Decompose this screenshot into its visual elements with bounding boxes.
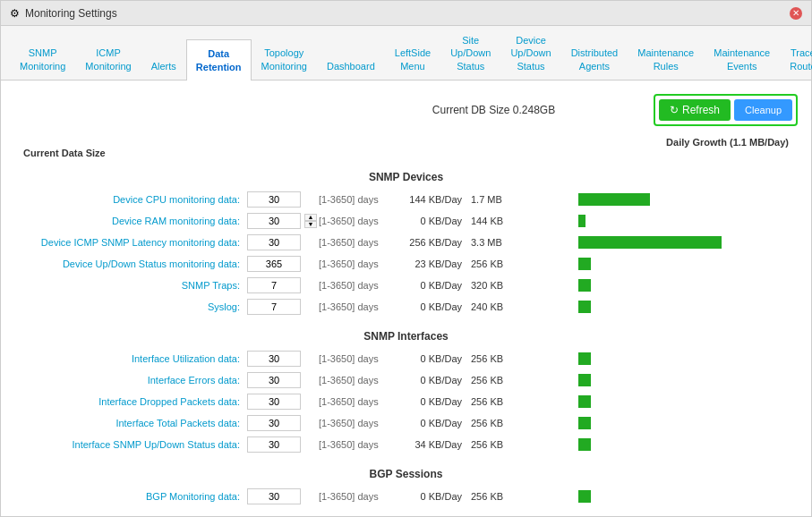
row-daily-growth: 0 KB/Day (381, 396, 471, 407)
db-size-label: Current DB Size 0.248GB (334, 104, 654, 116)
row-label: Interface Dropped Packets data: (14, 396, 247, 407)
days-input[interactable] (247, 277, 301, 293)
days-input[interactable] (247, 372, 301, 388)
table-row: Device RAM monitoring data:▲▼[1-3650] da… (14, 210, 798, 232)
row-label: Interface Total Packets data: (14, 418, 247, 428)
row-range: [1-3650] days (319, 258, 381, 269)
days-input[interactable] (247, 488, 301, 504)
tab-dashboard[interactable]: Dashboard (317, 52, 385, 80)
row-range: [1-3650] days (319, 396, 381, 407)
cleanup-button[interactable]: Cleanup (734, 99, 792, 121)
row-range: [1-3650] days (319, 375, 381, 386)
row-input-wrapper (247, 415, 319, 431)
col-daily-header: Daily Growth (1.1 MB/Day) (525, 137, 798, 148)
row-bar-container (578, 417, 798, 429)
row-current-size: 3.3 MB (471, 237, 578, 248)
tab-device-updown[interactable]: Device Up/Down Status (500, 26, 560, 80)
row-range: [1-3650] days (319, 301, 381, 312)
row-bar (578, 417, 591, 429)
tab-leftside[interactable]: LeftSide Menu (385, 38, 440, 80)
refresh-icon: ↻ (670, 104, 679, 116)
table-row: Syslog:[1-3650] days0 KB/Day240 KB (14, 296, 798, 318)
row-label: Device ICMP SNMP Latency monitoring data… (14, 237, 247, 248)
days-input[interactable] (247, 394, 301, 410)
days-input[interactable] (247, 299, 301, 315)
tabs-container: SNMP MonitoringICMP MonitoringAlertsData… (1, 26, 811, 81)
tab-alerts[interactable]: Alerts (141, 52, 186, 80)
section-title-snmp-interfaces: SNMP Interfaces (14, 330, 798, 343)
row-label: Device RAM monitoring data: (14, 216, 247, 226)
row-bar-container (578, 395, 798, 408)
tab-data-retention[interactable]: Data Retention (186, 39, 252, 81)
spinner-up[interactable]: ▲ (304, 214, 317, 221)
row-label: Syslog: (14, 301, 247, 312)
days-input[interactable] (247, 234, 301, 250)
row-current-size: 320 KB (471, 280, 578, 291)
row-input-wrapper: ▲▼ (247, 213, 319, 229)
row-label: Device Up/Down Status monitoring data: (14, 258, 247, 269)
close-button[interactable]: ✕ (790, 7, 802, 20)
row-bar (578, 490, 591, 503)
row-input-wrapper (247, 372, 319, 388)
row-range: [1-3650] days (319, 216, 381, 226)
row-label: Device CPU monitoring data: (14, 194, 247, 205)
row-daily-growth: 0 KB/Day (381, 353, 471, 364)
row-bar-container (578, 490, 798, 503)
row-input-wrapper (247, 488, 319, 504)
tab-topology[interactable]: Topology Monitoring (252, 38, 317, 80)
row-bar (578, 301, 591, 313)
row-label: Interface Errors data: (14, 375, 247, 386)
tab-snmp[interactable]: SNMP Monitoring (10, 38, 75, 80)
window-title: Monitoring Settings (25, 7, 117, 20)
refresh-button[interactable]: ↻ Refresh (659, 99, 731, 121)
row-input-wrapper (247, 394, 319, 410)
row-label: BGP Monitoring data: (14, 491, 247, 502)
row-range: [1-3650] days (319, 237, 381, 248)
settings-icon: ⚙ (10, 7, 20, 20)
days-input[interactable] (247, 436, 301, 453)
table-row: SNMP Traps:[1-3650] days0 KB/Day320 KB (14, 275, 798, 296)
spinner-down[interactable]: ▼ (304, 221, 317, 228)
row-daily-growth: 0 KB/Day (381, 418, 471, 428)
row-current-size: 256 KB (471, 258, 578, 269)
tab-maintenance-events[interactable]: Maintenance Events (704, 38, 780, 80)
row-range: [1-3650] days (319, 491, 381, 502)
title-bar: ⚙ Monitoring Settings ✕ (1, 1, 811, 26)
days-input[interactable] (247, 256, 301, 272)
row-range: [1-3650] days (319, 194, 381, 205)
row-daily-growth: 256 KB/Day (381, 237, 471, 248)
row-input-wrapper (247, 299, 319, 315)
row-label: Interface SNMP Up/Down Status data: (14, 439, 247, 450)
row-current-size: 256 KB (471, 491, 578, 502)
action-buttons-group: ↻ Refresh Cleanup (654, 94, 798, 126)
days-input[interactable] (247, 415, 301, 431)
tab-icmp[interactable]: ICMP Monitoring (75, 38, 141, 80)
row-current-size: 256 KB (471, 439, 578, 450)
row-bar (578, 236, 722, 249)
row-range: [1-3650] days (319, 353, 381, 364)
days-input[interactable] (247, 213, 301, 229)
row-bar (578, 374, 591, 386)
row-bar-container (578, 193, 798, 206)
row-range: [1-3650] days (319, 439, 381, 450)
table-row: Interface SNMP Up/Down Status data:[1-36… (14, 434, 798, 455)
row-bar-container (578, 258, 798, 270)
table-row: Device Up/Down Status monitoring data:[1… (14, 253, 798, 275)
col-current-header: Current Data Size (23, 148, 256, 158)
row-label: Interface Utilization data: (14, 353, 247, 364)
tab-site-updown[interactable]: Site Up/Down Status (440, 26, 500, 80)
tab-trace-route[interactable]: Trace Route (780, 38, 812, 80)
main-content: Current DB Size 0.248GB ↻ Refresh Cleanu… (1, 81, 811, 516)
row-bar (578, 438, 591, 451)
row-range: [1-3650] days (319, 418, 381, 428)
tab-maintenance-rules[interactable]: Maintenance Rules (628, 38, 704, 80)
tab-distributed[interactable]: Distributed Agents (561, 38, 628, 80)
row-input-wrapper (247, 436, 319, 453)
row-current-size: 256 KB (471, 375, 578, 386)
monitoring-settings-window: ⚙ Monitoring Settings ✕ SNMP MonitoringI… (0, 0, 812, 517)
days-input[interactable] (247, 191, 301, 208)
days-input[interactable] (247, 351, 301, 367)
top-bar: Current DB Size 0.248GB ↻ Refresh Cleanu… (14, 94, 798, 126)
row-bar-container (578, 279, 798, 292)
table-row: Interface Dropped Packets data:[1-3650] … (14, 391, 798, 412)
